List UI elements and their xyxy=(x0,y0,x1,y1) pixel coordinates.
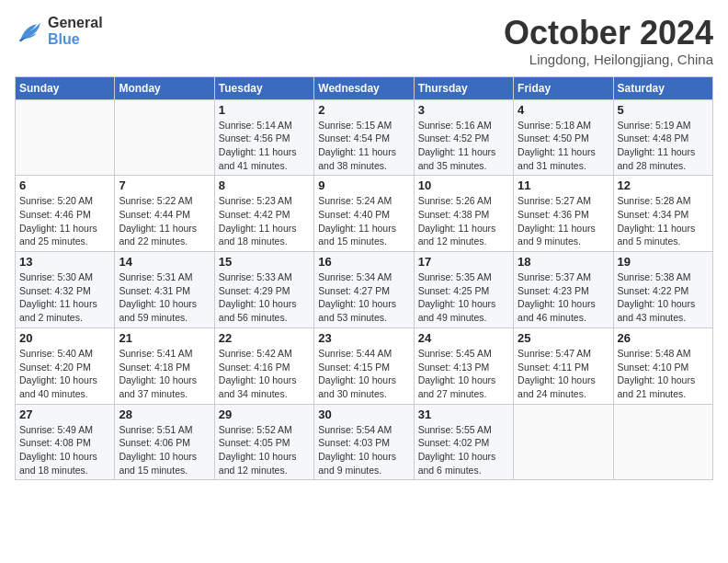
day-number: 30 xyxy=(318,408,409,421)
logo-text: General Blue xyxy=(48,15,103,48)
day-detail: Sunrise: 5:44 AMSunset: 4:15 PMDaylight:… xyxy=(318,347,409,401)
calendar-cell: 24Sunrise: 5:45 AMSunset: 4:13 PMDayligh… xyxy=(414,327,513,404)
calendar-cell: 16Sunrise: 5:34 AMSunset: 4:27 PMDayligh… xyxy=(314,252,414,328)
calendar-cell: 15Sunrise: 5:33 AMSunset: 4:29 PMDayligh… xyxy=(214,252,313,328)
day-detail: Sunrise: 5:16 AMSunset: 4:52 PMDaylight:… xyxy=(418,119,509,173)
calendar-cell: 4Sunrise: 5:18 AMSunset: 4:50 PMDaylight… xyxy=(514,99,613,176)
calendar-header-row: SundayMondayTuesdayWednesdayThursdayFrid… xyxy=(16,76,713,99)
day-detail: Sunrise: 5:49 AMSunset: 4:08 PMDaylight:… xyxy=(19,423,110,477)
day-detail: Sunrise: 5:52 AMSunset: 4:05 PMDaylight:… xyxy=(219,423,310,477)
calendar-cell: 12Sunrise: 5:28 AMSunset: 4:34 PMDayligh… xyxy=(613,176,712,252)
day-detail: Sunrise: 5:40 AMSunset: 4:20 PMDaylight:… xyxy=(19,347,110,401)
weekday-header: Tuesday xyxy=(214,76,313,99)
weekday-header: Monday xyxy=(115,76,214,99)
day-number: 25 xyxy=(518,331,609,345)
day-detail: Sunrise: 5:38 AMSunset: 4:22 PMDaylight:… xyxy=(618,270,709,325)
day-detail: Sunrise: 5:34 AMSunset: 4:27 PMDaylight:… xyxy=(318,270,409,325)
calendar-cell: 10Sunrise: 5:26 AMSunset: 4:38 PMDayligh… xyxy=(414,176,513,252)
day-number: 14 xyxy=(119,255,210,269)
weekday-header: Wednesday xyxy=(314,76,414,99)
day-number: 19 xyxy=(618,255,709,269)
calendar-cell: 11Sunrise: 5:27 AMSunset: 4:36 PMDayligh… xyxy=(514,176,613,252)
day-number: 20 xyxy=(19,331,110,345)
day-number: 4 xyxy=(518,103,609,117)
calendar-cell: 6Sunrise: 5:20 AMSunset: 4:46 PMDaylight… xyxy=(16,176,115,252)
day-detail: Sunrise: 5:45 AMSunset: 4:13 PMDaylight:… xyxy=(418,347,509,401)
day-number: 11 xyxy=(518,178,609,192)
calendar-week-row: 27Sunrise: 5:49 AMSunset: 4:08 PMDayligh… xyxy=(16,404,713,480)
calendar-cell: 20Sunrise: 5:40 AMSunset: 4:20 PMDayligh… xyxy=(16,327,115,404)
day-number: 9 xyxy=(318,178,409,192)
weekday-header: Sunday xyxy=(16,76,115,99)
day-number: 5 xyxy=(618,103,709,117)
day-number: 2 xyxy=(318,103,409,117)
weekday-header: Friday xyxy=(514,76,613,99)
day-detail: Sunrise: 5:24 AMSunset: 4:40 PMDaylight:… xyxy=(318,194,409,248)
calendar-cell: 21Sunrise: 5:41 AMSunset: 4:18 PMDayligh… xyxy=(115,327,214,404)
day-detail: Sunrise: 5:42 AMSunset: 4:16 PMDaylight:… xyxy=(219,347,310,401)
day-number: 31 xyxy=(418,408,509,421)
calendar-cell: 27Sunrise: 5:49 AMSunset: 4:08 PMDayligh… xyxy=(16,404,115,480)
calendar-cell: 5Sunrise: 5:19 AMSunset: 4:48 PMDaylight… xyxy=(613,99,712,176)
day-detail: Sunrise: 5:27 AMSunset: 4:36 PMDaylight:… xyxy=(518,194,609,248)
calendar-cell xyxy=(16,99,115,176)
calendar-week-row: 1Sunrise: 5:14 AMSunset: 4:56 PMDaylight… xyxy=(16,99,713,176)
calendar-cell: 26Sunrise: 5:48 AMSunset: 4:10 PMDayligh… xyxy=(613,327,712,404)
day-detail: Sunrise: 5:31 AMSunset: 4:31 PMDaylight:… xyxy=(119,270,210,325)
weekday-header: Saturday xyxy=(613,76,712,99)
day-detail: Sunrise: 5:55 AMSunset: 4:02 PMDaylight:… xyxy=(418,423,509,477)
logo: General Blue xyxy=(15,15,103,48)
day-detail: Sunrise: 5:28 AMSunset: 4:34 PMDaylight:… xyxy=(618,194,709,248)
day-number: 6 xyxy=(19,178,110,192)
calendar-cell: 3Sunrise: 5:16 AMSunset: 4:52 PMDaylight… xyxy=(414,99,513,176)
day-number: 24 xyxy=(418,331,509,345)
day-detail: Sunrise: 5:15 AMSunset: 4:54 PMDaylight:… xyxy=(318,119,409,173)
day-number: 12 xyxy=(618,178,709,192)
day-number: 22 xyxy=(219,331,310,345)
day-detail: Sunrise: 5:30 AMSunset: 4:32 PMDaylight:… xyxy=(19,270,110,325)
calendar-cell xyxy=(115,99,214,176)
day-number: 10 xyxy=(418,178,509,192)
day-detail: Sunrise: 5:20 AMSunset: 4:46 PMDaylight:… xyxy=(19,194,110,248)
title-block: October 2024 Lingdong, Heilongjiang, Chi… xyxy=(504,15,713,67)
day-number: 21 xyxy=(119,331,210,345)
day-number: 1 xyxy=(219,103,310,117)
day-number: 8 xyxy=(219,178,310,192)
calendar-week-row: 6Sunrise: 5:20 AMSunset: 4:46 PMDaylight… xyxy=(16,176,713,252)
calendar-cell: 31Sunrise: 5:55 AMSunset: 4:02 PMDayligh… xyxy=(414,404,513,480)
calendar-cell: 14Sunrise: 5:31 AMSunset: 4:31 PMDayligh… xyxy=(115,252,214,328)
day-detail: Sunrise: 5:23 AMSunset: 4:42 PMDaylight:… xyxy=(219,194,310,248)
day-detail: Sunrise: 5:22 AMSunset: 4:44 PMDaylight:… xyxy=(119,194,210,248)
day-detail: Sunrise: 5:33 AMSunset: 4:29 PMDaylight:… xyxy=(219,270,310,325)
calendar-cell: 7Sunrise: 5:22 AMSunset: 4:44 PMDaylight… xyxy=(115,176,214,252)
weekday-header: Thursday xyxy=(414,76,513,99)
calendar-cell xyxy=(514,404,613,480)
page-header: General Blue October 2024 Lingdong, Heil… xyxy=(15,15,713,67)
day-detail: Sunrise: 5:41 AMSunset: 4:18 PMDaylight:… xyxy=(119,347,210,401)
day-number: 3 xyxy=(418,103,509,117)
calendar-cell: 25Sunrise: 5:47 AMSunset: 4:11 PMDayligh… xyxy=(514,327,613,404)
day-number: 27 xyxy=(19,408,110,421)
calendar-cell: 29Sunrise: 5:52 AMSunset: 4:05 PMDayligh… xyxy=(214,404,313,480)
day-detail: Sunrise: 5:14 AMSunset: 4:56 PMDaylight:… xyxy=(219,119,310,173)
calendar-table: SundayMondayTuesdayWednesdayThursdayFrid… xyxy=(15,76,713,481)
day-detail: Sunrise: 5:54 AMSunset: 4:03 PMDaylight:… xyxy=(318,423,409,477)
calendar-cell: 18Sunrise: 5:37 AMSunset: 4:23 PMDayligh… xyxy=(514,252,613,328)
day-number: 28 xyxy=(119,408,210,421)
day-number: 23 xyxy=(318,331,409,345)
day-number: 7 xyxy=(119,178,210,192)
day-detail: Sunrise: 5:26 AMSunset: 4:38 PMDaylight:… xyxy=(418,194,509,248)
day-number: 29 xyxy=(219,408,310,421)
calendar-cell xyxy=(613,404,712,480)
month-title: October 2024 xyxy=(504,15,713,52)
logo-icon xyxy=(15,18,44,44)
day-number: 13 xyxy=(19,255,110,269)
location-subtitle: Lingdong, Heilongjiang, China xyxy=(504,52,713,67)
calendar-week-row: 13Sunrise: 5:30 AMSunset: 4:32 PMDayligh… xyxy=(16,252,713,328)
calendar-cell: 2Sunrise: 5:15 AMSunset: 4:54 PMDaylight… xyxy=(314,99,414,176)
day-number: 26 xyxy=(618,331,709,345)
calendar-cell: 30Sunrise: 5:54 AMSunset: 4:03 PMDayligh… xyxy=(314,404,414,480)
day-number: 18 xyxy=(518,255,609,269)
day-detail: Sunrise: 5:48 AMSunset: 4:10 PMDaylight:… xyxy=(618,347,709,401)
calendar-cell: 8Sunrise: 5:23 AMSunset: 4:42 PMDaylight… xyxy=(214,176,313,252)
